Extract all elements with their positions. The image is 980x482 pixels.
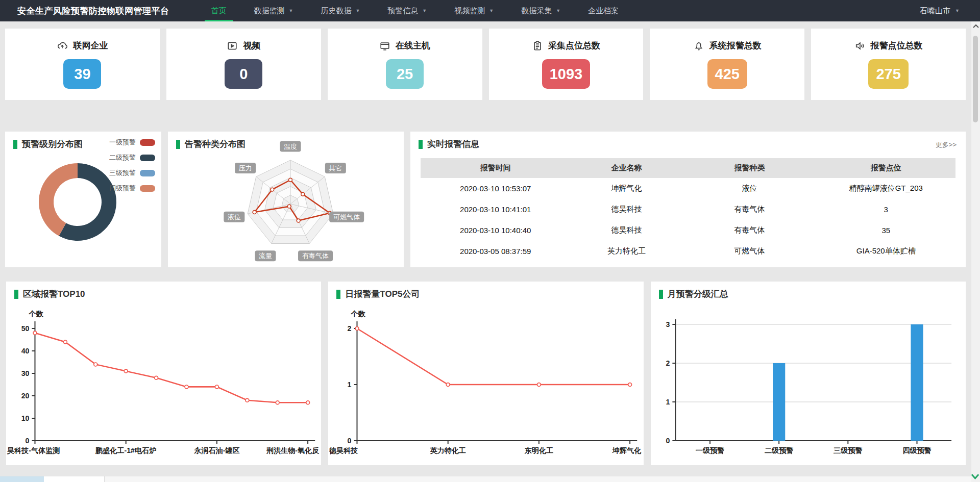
chevron-down-icon: ▼	[289, 9, 293, 13]
svg-text:40: 40	[21, 347, 30, 355]
panel-title: 实时报警信息	[427, 138, 479, 150]
nav-item-首页[interactable]: 首页	[198, 0, 240, 21]
alarm-row[interactable]: 2020-03-10 10:40:40德昊科技有毒气体35	[421, 220, 955, 241]
svg-text:坤辉气化: 坤辉气化	[612, 446, 641, 454]
svg-text:0: 0	[666, 437, 670, 445]
legend-item-一级预警[interactable]: 一级预警	[109, 138, 155, 147]
nav-item-label: 企业档案	[588, 6, 619, 16]
stat-label: 视频	[243, 40, 260, 52]
stat-value-badge: 1093	[542, 59, 591, 89]
svg-text:2: 2	[348, 324, 352, 333]
vertical-scroll-thumb[interactable]	[973, 36, 978, 122]
clipboard-icon	[532, 40, 543, 52]
title-marker	[176, 140, 180, 149]
alarm-row[interactable]: 2020-03-10 10:41:01德昊科技有毒气体3	[421, 199, 955, 220]
legend-label: 二级预警	[109, 153, 136, 162]
scroll-up-arrow-icon[interactable]	[971, 23, 980, 29]
nav-menu: 首页数据监测▼历史数据▼预警信息▼视频监测▼数据采集▼企业档案	[198, 0, 633, 21]
stat-label: 采集点位总数	[548, 40, 600, 52]
alarm-type-radar-chart: 温度其它可燃气体有毒气体流量液位压力	[168, 132, 404, 267]
bar-四级预警	[911, 324, 923, 441]
nav-item-企业档案[interactable]: 企业档案	[574, 0, 632, 21]
svg-text:永润石油-罐区: 永润石油-罐区	[193, 446, 239, 454]
stat-card-系统报警总数: 系统报警总数425	[650, 29, 804, 100]
alarm-col-header: 报警点位	[817, 158, 955, 178]
horizontal-scrollbar[interactable]	[0, 476, 971, 482]
nav-item-label: 数据采集	[521, 6, 552, 16]
alarm-col-header: 企业名称	[570, 158, 682, 178]
chevron-down-icon: ▼	[955, 9, 960, 13]
alarm-row[interactable]: 2020-03-05 08:37:59英力特化工可燃气体GIA-520单体贮槽	[421, 241, 955, 262]
stat-label: 报警点位总数	[871, 40, 923, 52]
svg-text:温度: 温度	[284, 143, 297, 150]
alarm-cell: 3	[817, 199, 955, 220]
radar-axis-label-可燃气体: 可燃气体	[329, 212, 364, 222]
alarm-cell: 液位	[683, 178, 817, 199]
legend-item-三级预警[interactable]: 三级预警	[109, 168, 155, 177]
alarm-table-header: 报警时间企业名称报警种类报警点位	[421, 158, 955, 178]
scroll-down-arrow-icon[interactable]	[970, 473, 980, 480]
legend-swatch	[140, 155, 155, 161]
region-selector[interactable]: 石嘴山市 ▼	[920, 6, 960, 16]
alarm-cell: 可燃气体	[683, 241, 817, 262]
alarm-cell: 有毒气体	[683, 199, 817, 220]
svg-text:流量: 流量	[259, 252, 272, 260]
radar-axis-label-有毒气体: 有毒气体	[298, 250, 333, 261]
svg-text:30: 30	[21, 369, 30, 377]
alarm-cell: 2020-03-10 10:53:07	[421, 178, 570, 199]
alarm-cell: 英力特化工	[570, 241, 682, 262]
nav-item-数据监测[interactable]: 数据监测▼	[240, 0, 307, 21]
svg-text:2: 2	[666, 359, 670, 367]
nav-item-label: 历史数据	[321, 6, 351, 16]
more-link[interactable]: 更多>>	[936, 140, 957, 149]
radar-axis-label-温度: 温度	[280, 141, 301, 152]
nav-item-历史数据[interactable]: 历史数据▼	[307, 0, 374, 21]
alarm-cell: 2020-03-05 08:37:59	[421, 241, 570, 262]
svg-text:个数: 个数	[28, 310, 43, 318]
stat-value-badge: 275	[868, 59, 908, 89]
panel-title: 区域报警TOP10	[23, 288, 85, 300]
title-marker	[336, 290, 340, 299]
vertical-scrollbar[interactable]	[971, 21, 980, 482]
speaker-icon	[854, 40, 866, 52]
radar-axis-label-压力: 压力	[235, 163, 256, 173]
svg-text:1: 1	[666, 398, 670, 406]
nav-item-视频监测[interactable]: 视频监测▼	[440, 0, 507, 21]
radar-axis-label-液位: 液位	[224, 212, 244, 222]
svg-text:1: 1	[348, 380, 352, 389]
legend-label: 三级预警	[109, 168, 136, 177]
svg-text:一级预警: 一级预警	[695, 446, 724, 454]
alarm-row[interactable]: 2020-03-10 10:53:07坤辉气化液位精醇南罐液位GT_203	[421, 178, 955, 199]
legend-item-四级预警[interactable]: 四级预警	[109, 184, 155, 193]
stat-value-badge: 25	[386, 59, 424, 89]
legend-item-二级预警[interactable]: 二级预警	[109, 153, 155, 162]
svg-text:液位: 液位	[228, 213, 241, 221]
svg-text:东明化工: 东明化工	[524, 446, 553, 454]
alarm-cell: 德昊科技	[570, 199, 682, 220]
stats-row: 联网企业39视频0在线主机25采集点位总数1093系统报警总数425报警点位总数…	[5, 29, 966, 100]
svg-text:10: 10	[21, 414, 30, 422]
svg-text:可燃气体: 可燃气体	[333, 213, 360, 221]
stat-label: 在线主机	[396, 40, 430, 52]
legend-label: 一级预警	[109, 138, 136, 147]
alarm-cell: 德昊科技	[570, 220, 682, 241]
daily-top5-panel: 日报警量TOP5公司 012个数德昊科技英力特化工东明化工坤辉气化	[328, 282, 643, 465]
alarm-table: 报警时间企业名称报警种类报警点位 2020-03-10 10:53:07坤辉气化…	[421, 158, 955, 262]
svg-text:个数: 个数	[351, 310, 366, 318]
horizontal-scroll-thumb[interactable]	[44, 476, 105, 482]
svg-text:50: 50	[21, 324, 30, 333]
legend-swatch	[140, 185, 155, 192]
stat-value-badge: 0	[225, 59, 262, 89]
monthly-levels-panel: 月预警分级汇总 0123一级预警二级预警三级预警四级预警	[651, 282, 966, 465]
nav-item-预警信息[interactable]: 预警信息▼	[374, 0, 440, 21]
title-marker	[419, 140, 423, 149]
stat-card-报警点位总数: 报警点位总数275	[811, 29, 966, 100]
svg-text:德昊科技: 德昊科技	[329, 446, 358, 454]
region-top10-line-chart: 01020304050个数昊科技-气体监测鹏盛化工-1#电石炉永润石油-罐区荆洪…	[6, 304, 321, 462]
donut-legend: 一级预警二级预警三级预警四级预警	[109, 138, 155, 199]
realtime-alarm-panel: 实时报警信息 更多>> 报警时间企业名称报警种类报警点位 2020-03-10 …	[410, 132, 966, 267]
region-top10-panel: 区域报警TOP10 01020304050个数昊科技-气体监测鹏盛化工-1#电石…	[6, 282, 321, 465]
nav-item-数据采集[interactable]: 数据采集▼	[507, 0, 574, 21]
svg-text:0: 0	[348, 437, 352, 445]
cloud-upload-icon	[57, 40, 68, 52]
